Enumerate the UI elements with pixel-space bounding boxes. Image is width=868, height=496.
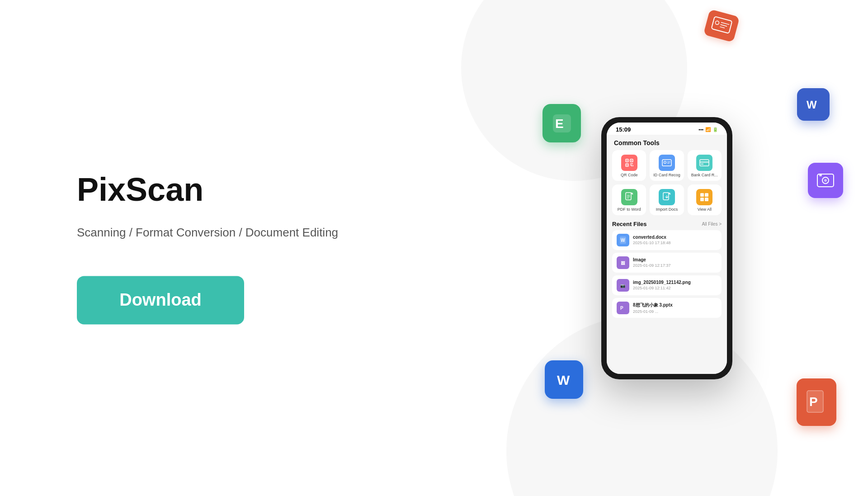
- app-title: PixScan: [77, 172, 338, 208]
- recent-files-header: Recent Files All Files >: [612, 221, 722, 227]
- phone-screen: 15:09 ▪▪▪ 📶 🔋 Common Tools: [607, 123, 727, 374]
- left-content-section: PixScan Scanning / Format Conversion / D…: [77, 172, 338, 324]
- svg-rect-22: [663, 193, 669, 200]
- float-photo-icon: [808, 163, 843, 198]
- svg-text:P: P: [809, 395, 818, 409]
- bank-card-label: Bank Card R...: [691, 173, 718, 177]
- phone-mockup-area: 15:09 ▪▪▪ 📶 🔋 Common Tools: [601, 117, 732, 379]
- app-subtitle: Scanning / Format Conversion / Document …: [77, 226, 338, 240]
- svg-text:E: E: [555, 117, 564, 131]
- svg-text:🖼: 🖼: [621, 261, 625, 265]
- status-time: 15:09: [616, 126, 631, 133]
- float-id-card-corner: [703, 9, 740, 43]
- id-card-label: ID Card Recog: [653, 173, 680, 177]
- file-name-2: Image: [633, 257, 717, 262]
- float-word-bottom-icon: W: [545, 360, 583, 399]
- svg-rect-4: [631, 160, 632, 161]
- tool-id-card[interactable]: ID Card Recog: [650, 150, 684, 181]
- import-docs-icon: [659, 189, 675, 205]
- file-info-2: Image 2025-01-09 12:17:37: [633, 257, 717, 268]
- bank-card-icon: [696, 155, 712, 171]
- status-icons: ▪▪▪ 📶 🔋: [698, 127, 718, 132]
- file-date-3: 2025-01-09 12:11:42: [633, 286, 717, 290]
- svg-rect-25: [700, 193, 704, 197]
- pdf-word-label: PDF to Word: [618, 207, 641, 212]
- file-name-4: 8想飞的小象 3.pptx: [633, 302, 717, 308]
- svg-text:📷: 📷: [620, 283, 626, 288]
- tool-view-all[interactable]: View All: [688, 184, 722, 215]
- file-name-1: converted.docx: [633, 235, 717, 240]
- file-name-3: img_20250109_121142.png: [633, 280, 717, 285]
- wifi-icon: 📶: [705, 127, 711, 132]
- svg-point-40: [824, 179, 827, 182]
- tools-grid: QR Code ID Card Recog: [607, 150, 727, 219]
- svg-rect-26: [705, 193, 708, 197]
- file-item-2[interactable]: 🖼 Image 2025-01-09 12:17:37: [612, 253, 722, 273]
- svg-line-48: [720, 27, 725, 28]
- file-info-4: 8想飞的小象 3.pptx 2025-01-09 ...: [633, 302, 717, 314]
- svg-line-47: [721, 24, 727, 26]
- file-info-3: img_20250109_121142.png 2025-01-09 12:11…: [633, 280, 717, 290]
- file-date-1: 2025-01-10 17:18:48: [633, 241, 717, 245]
- svg-rect-10: [662, 160, 671, 166]
- file-info-1: converted.docx 2025-01-10 17:18:48: [633, 235, 717, 245]
- svg-rect-18: [631, 193, 633, 194]
- battery-icon: 🔋: [712, 127, 718, 132]
- recent-files-section: Recent Files All Files > W converted.d: [607, 219, 727, 323]
- file-icon-purple-2: 🖼: [617, 256, 629, 269]
- pdf-word-icon: [621, 189, 637, 205]
- file-item-3[interactable]: 📷 img_20250109_121142.png 2025-01-09 12:…: [612, 275, 722, 295]
- tool-import-docs[interactable]: Import Docs: [650, 184, 684, 215]
- svg-rect-3: [627, 160, 627, 161]
- svg-rect-15: [700, 161, 709, 163]
- phone-status-bar: 15:09 ▪▪▪ 📶 🔋: [607, 123, 727, 135]
- svg-rect-5: [627, 165, 627, 165]
- file-icon-img-3: 📷: [617, 279, 629, 292]
- import-docs-label: Import Docs: [656, 207, 678, 212]
- svg-rect-16: [701, 164, 703, 165]
- qr-code-icon: [621, 155, 637, 171]
- file-date-4: 2025-01-09 ...: [633, 309, 717, 314]
- svg-text:W: W: [807, 99, 817, 111]
- tool-pdf-word[interactable]: PDF to Word: [612, 184, 646, 215]
- tool-bank-card[interactable]: Bank Card R...: [688, 150, 722, 181]
- signal-icon: ▪▪▪: [698, 127, 703, 132]
- common-tools-title: Common Tools: [607, 135, 727, 150]
- svg-text:P: P: [620, 306, 623, 311]
- phone-device: 15:09 ▪▪▪ 📶 🔋 Common Tools: [601, 117, 732, 379]
- svg-rect-17: [626, 193, 631, 200]
- file-item-1[interactable]: W converted.docx 2025-01-10 17:18:48: [612, 230, 722, 250]
- view-all-label: View All: [698, 207, 712, 212]
- svg-point-11: [664, 161, 666, 163]
- svg-rect-23: [669, 193, 670, 194]
- svg-rect-27: [700, 198, 704, 201]
- file-icon-word-1: W: [617, 234, 629, 246]
- download-button[interactable]: Download: [77, 276, 244, 324]
- qr-code-label: QR Code: [621, 173, 638, 177]
- view-all-icon: [696, 189, 712, 205]
- tool-qr-code[interactable]: QR Code: [612, 150, 646, 181]
- all-files-link[interactable]: All Files >: [702, 222, 722, 227]
- svg-line-46: [721, 22, 729, 24]
- svg-point-45: [715, 20, 720, 25]
- svg-text:W: W: [621, 238, 625, 243]
- file-icon-ppt-4: P: [617, 302, 629, 314]
- float-ppt-icon: P: [797, 378, 836, 426]
- id-card-icon: [659, 155, 675, 171]
- svg-rect-41: [819, 174, 822, 176]
- phone-content: Common Tools: [607, 135, 727, 374]
- file-date-2: 2025-01-09 12:17:37: [633, 263, 717, 268]
- float-word-top-icon: W: [797, 88, 830, 121]
- svg-rect-28: [705, 198, 708, 201]
- float-excel-icon: E: [542, 104, 581, 142]
- svg-text:W: W: [557, 373, 570, 387]
- file-item-4[interactable]: P 8想飞的小象 3.pptx 2025-01-09 ...: [612, 298, 722, 318]
- recent-files-title: Recent Files: [612, 221, 647, 227]
